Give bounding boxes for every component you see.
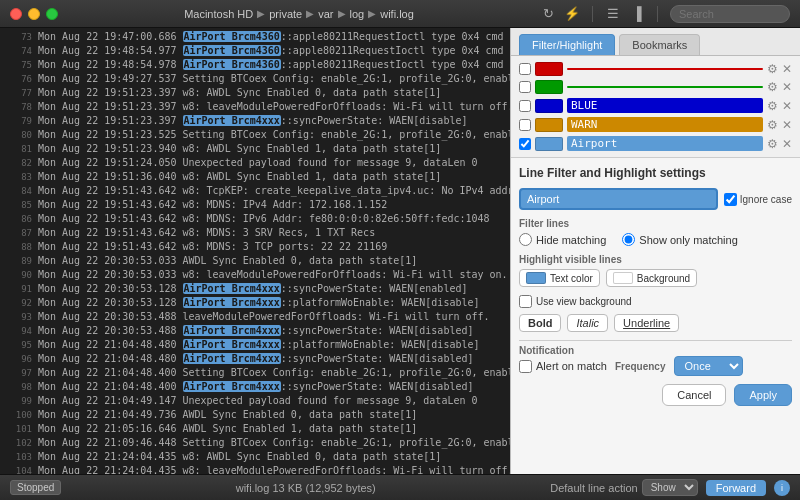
settings-title: Line Filter and Highlight settings — [519, 166, 792, 180]
hide-matching-radio[interactable]: Hide matching — [519, 233, 606, 246]
filter-close-icon[interactable]: ✕ — [782, 118, 792, 132]
filter-checkbox[interactable] — [519, 100, 531, 112]
log-line[interactable]: 82Mon Aug 22 19:51:24.050 Unexpected pay… — [0, 156, 510, 170]
airport-highlight: AirPort_Brcm4360 — [183, 45, 281, 56]
info-icon[interactable]: i — [774, 480, 790, 496]
log-line[interactable]: 76Mon Aug 22 19:49:27.537 Setting BTCoex… — [0, 72, 510, 86]
italic-button[interactable]: Italic — [567, 314, 608, 332]
traffic-lights — [10, 8, 58, 20]
show-only-matching-radio[interactable]: Show only matching — [622, 233, 737, 246]
apply-button[interactable]: Apply — [734, 384, 792, 406]
log-line[interactable]: 80Mon Aug 22 19:51:23.525 Setting BTCoex… — [0, 128, 510, 142]
log-line[interactable]: 89Mon Aug 22 20:30:53.033 AWDL Sync Enab… — [0, 254, 510, 268]
log-line[interactable]: 74Mon Aug 22 19:48:54.977 AirPort_Brcm43… — [0, 44, 510, 58]
text-color-picker[interactable]: Text color — [519, 269, 600, 287]
log-line-text: Mon Aug 22 21:04:48.480 AirPort_Brcm4xxx… — [38, 352, 473, 366]
log-line[interactable]: 94Mon Aug 22 20:30:53.488 AirPort_Brcm4x… — [0, 324, 510, 338]
log-line[interactable]: 100Mon Aug 22 21:04:49.736 AWDL Sync Ena… — [0, 408, 510, 422]
log-line[interactable]: 85Mon Aug 22 19:51:43.642 w8: MDNS: IPv4… — [0, 198, 510, 212]
log-line-number: 99 — [4, 394, 32, 408]
split-icon[interactable]: ▐ — [629, 6, 645, 22]
ignore-case-checkbox[interactable] — [724, 193, 737, 206]
refresh-icon[interactable]: ↻ — [540, 6, 556, 22]
log-line[interactable]: 97Mon Aug 22 21:04:48.400 Setting BTCoex… — [0, 366, 510, 380]
filter-gear-icon[interactable]: ⚙ — [767, 118, 778, 132]
alert-on-match-label[interactable]: Alert on match — [519, 360, 607, 373]
log-line[interactable]: 73Mon Aug 22 19:47:00.686 AirPort_Brcm43… — [0, 30, 510, 44]
breadcrumb-var: var — [318, 8, 333, 20]
filter-checkbox[interactable] — [519, 119, 531, 131]
log-line-text: Mon Aug 22 19:51:43.642 w8: MDNS: 3 TCP … — [38, 240, 387, 254]
filter-close-icon[interactable]: ✕ — [782, 137, 792, 151]
log-line[interactable]: 75Mon Aug 22 19:48:54.978 AirPort_Brcm43… — [0, 58, 510, 72]
log-line[interactable]: 99Mon Aug 22 21:04:49.147 Unexpected pay… — [0, 394, 510, 408]
log-line[interactable]: 104Mon Aug 22 21:24:04.435 w8: leaveModu… — [0, 464, 510, 474]
log-line[interactable]: 77Mon Aug 22 19:51:23.397 w8: AWDL Sync … — [0, 86, 510, 100]
breadcrumb-macintosh: Macintosh HD — [184, 8, 253, 20]
use-view-bg-checkbox[interactable] — [519, 295, 532, 308]
forward-button[interactable]: Forward — [706, 480, 766, 496]
log-line[interactable]: 96Mon Aug 22 21:04:48.480 AirPort_Brcm4x… — [0, 352, 510, 366]
log-line[interactable]: 92Mon Aug 22 20:30:53.128 AirPort_Brcm4x… — [0, 296, 510, 310]
log-line-number: 79 — [4, 114, 32, 128]
filter-close-icon[interactable]: ✕ — [782, 62, 792, 76]
filter-item[interactable]: Airport⚙✕ — [515, 134, 796, 153]
filter-checkbox[interactable] — [519, 138, 531, 150]
filter-radio-group: Hide matching Show only matching — [519, 233, 792, 246]
log-line[interactable]: 93Mon Aug 22 20:30:53.488 leaveModulePow… — [0, 310, 510, 324]
show-select[interactable]: Show — [642, 479, 698, 496]
tab-filter-highlight[interactable]: Filter/Highlight — [519, 34, 615, 55]
action-icon[interactable]: ⚡ — [564, 6, 580, 22]
log-line-number: 77 — [4, 86, 32, 100]
ignore-case-label[interactable]: Ignore case — [724, 193, 792, 206]
filter-checkbox[interactable] — [519, 63, 531, 75]
log-line[interactable]: 95Mon Aug 22 21:04:48.480 AirPort_Brcm4x… — [0, 338, 510, 352]
log-line[interactable]: 103Mon Aug 22 21:24:04.435 w8: AWDL Sync… — [0, 450, 510, 464]
log-line[interactable]: 102Mon Aug 22 21:09:46.448 Setting BTCoe… — [0, 436, 510, 450]
alert-on-match-checkbox[interactable] — [519, 360, 532, 373]
maximize-button[interactable] — [46, 8, 58, 20]
filter-gear-icon[interactable]: ⚙ — [767, 137, 778, 151]
log-panel[interactable]: 73Mon Aug 22 19:47:00.686 AirPort_Brcm43… — [0, 28, 510, 474]
log-line[interactable]: 79Mon Aug 22 19:51:23.397 AirPort_Brcm4x… — [0, 114, 510, 128]
log-line[interactable]: 91Mon Aug 22 20:30:53.128 AirPort_Brcm4x… — [0, 282, 510, 296]
filter-close-icon[interactable]: ✕ — [782, 99, 792, 113]
filter-color-swatch — [535, 137, 563, 151]
log-line[interactable]: 83Mon Aug 22 19:51:36.040 w8: AWDL Sync … — [0, 170, 510, 184]
filter-item[interactable]: BLUE⚙✕ — [515, 96, 796, 115]
filter-close-icon[interactable]: ✕ — [782, 80, 792, 94]
log-line[interactable]: 78Mon Aug 22 19:51:23.397 w8: leaveModul… — [0, 100, 510, 114]
log-line-number: 94 — [4, 324, 32, 338]
log-line[interactable]: 84Mon Aug 22 19:51:43.642 w8: TcpKEP: cr… — [0, 184, 510, 198]
filter-item[interactable]: WARN⚙✕ — [515, 115, 796, 134]
log-line-number: 88 — [4, 240, 32, 254]
background-color-picker[interactable]: Background — [606, 269, 697, 287]
filter-item[interactable]: ⚙✕ — [515, 78, 796, 96]
use-view-bg-row[interactable]: Use view background — [519, 295, 792, 308]
filter-gear-icon[interactable]: ⚙ — [767, 99, 778, 113]
log-line[interactable]: 81Mon Aug 22 19:51:23.940 w8: AWDL Sync … — [0, 142, 510, 156]
log-line[interactable]: 86Mon Aug 22 19:51:43.642 w8: MDNS: IPv6… — [0, 212, 510, 226]
frequency-select[interactable]: OnceAlwaysNever — [674, 356, 743, 376]
log-line[interactable]: 88Mon Aug 22 19:51:43.642 w8: MDNS: 3 TC… — [0, 240, 510, 254]
bold-button[interactable]: Bold — [519, 314, 561, 332]
log-line[interactable]: 98Mon Aug 22 21:04:48.400 AirPort_Brcm4x… — [0, 380, 510, 394]
log-line-text: Mon Aug 22 21:04:48.480 AirPort_Brcm4xxx… — [38, 338, 480, 352]
filter-search-input[interactable] — [519, 188, 718, 210]
log-line[interactable]: 87Mon Aug 22 19:51:43.642 w8: MDNS: 3 SR… — [0, 226, 510, 240]
log-line-text: Mon Aug 22 19:48:54.978 AirPort_Brcm4360… — [38, 58, 510, 72]
underline-button[interactable]: Underline — [614, 314, 679, 332]
cancel-button[interactable]: Cancel — [662, 384, 726, 406]
log-line[interactable]: 101Mon Aug 22 21:05:16.646 AWDL Sync Ena… — [0, 422, 510, 436]
search-input[interactable] — [670, 5, 790, 23]
filter-gear-icon[interactable]: ⚙ — [767, 80, 778, 94]
log-line-text: Mon Aug 22 20:30:53.488 leaveModulePower… — [38, 310, 490, 324]
minimize-button[interactable] — [28, 8, 40, 20]
menu-icon[interactable]: ☰ — [605, 6, 621, 22]
filter-item[interactable]: ⚙✕ — [515, 60, 796, 78]
tab-bookmarks[interactable]: Bookmarks — [619, 34, 700, 55]
filter-checkbox[interactable] — [519, 81, 531, 93]
log-line[interactable]: 90Mon Aug 22 20:30:53.033 w8: leaveModul… — [0, 268, 510, 282]
filter-gear-icon[interactable]: ⚙ — [767, 62, 778, 76]
close-button[interactable] — [10, 8, 22, 20]
